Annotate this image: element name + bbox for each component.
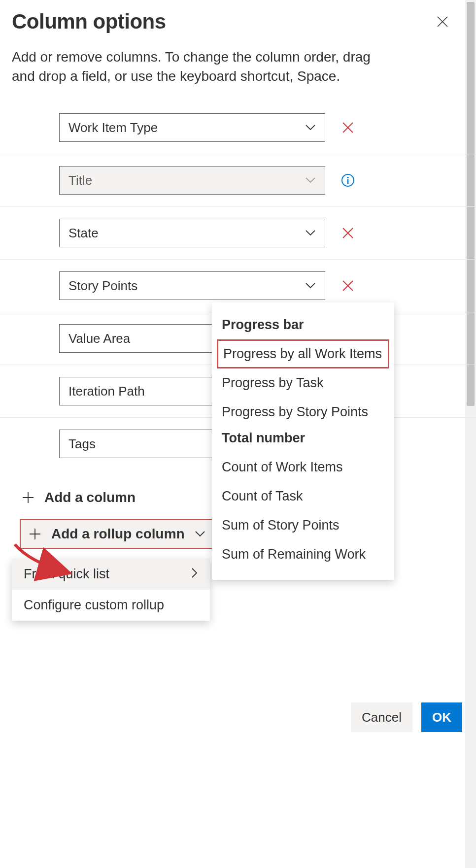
chevron-down-icon xyxy=(305,177,316,184)
quick-list-item[interactable]: Progress by Story Points xyxy=(212,398,394,427)
column-info-button[interactable] xyxy=(339,171,357,189)
column-select-title[interactable]: Title xyxy=(59,166,325,195)
remove-column-button[interactable] xyxy=(339,119,357,136)
quick-list-item[interactable]: Count of Task xyxy=(212,482,394,511)
close-icon xyxy=(341,226,355,240)
close-button[interactable] xyxy=(433,12,452,32)
flyout-header-total: Total number xyxy=(212,427,394,453)
column-label: State xyxy=(68,226,99,241)
column-select-state[interactable]: State xyxy=(59,219,325,247)
menu-item-label: Progress by all Work Items xyxy=(223,346,382,361)
column-row: Title xyxy=(0,154,476,207)
quick-list-item[interactable]: Count of Work Items xyxy=(212,453,394,482)
info-icon xyxy=(341,173,355,187)
svg-rect-2 xyxy=(347,179,349,184)
panel-header: Column options xyxy=(12,10,464,33)
add-column-label: Add a column xyxy=(44,490,136,505)
panel-footer: Cancel OK xyxy=(351,702,462,732)
annotation-arrow-icon xyxy=(10,542,79,581)
close-icon xyxy=(341,121,355,134)
cancel-button[interactable]: Cancel xyxy=(351,702,412,732)
chevron-down-icon xyxy=(305,282,316,289)
add-column-button[interactable]: Add a column xyxy=(20,486,137,509)
column-label: Tags xyxy=(68,436,96,452)
close-icon xyxy=(341,279,355,293)
menu-item-label: Progress by Story Points xyxy=(222,404,368,419)
menu-item-label: Sum of Remaining Work xyxy=(222,547,366,562)
remove-column-button[interactable] xyxy=(339,224,357,242)
column-row: State xyxy=(0,207,476,260)
column-select-story-points[interactable]: Story Points xyxy=(59,271,325,300)
ok-button[interactable]: OK xyxy=(421,702,462,732)
panel-title: Column options xyxy=(12,10,166,33)
column-label: Iteration Path xyxy=(68,384,145,399)
column-row: Work Item Type xyxy=(0,101,476,154)
button-label: OK xyxy=(432,710,451,725)
close-icon xyxy=(436,15,449,28)
flyout-header-progress: Progress bar xyxy=(212,313,394,339)
menu-item-label: Count of Task xyxy=(222,489,303,503)
add-rollup-label: Add a rollup column xyxy=(51,526,185,542)
quick-list-item[interactable]: Progress by Task xyxy=(212,368,394,398)
chevron-down-icon xyxy=(195,531,205,537)
menu-item-label: Configure custom rollup xyxy=(24,598,164,613)
svg-point-1 xyxy=(347,177,349,179)
plus-icon xyxy=(29,528,41,540)
button-label: Cancel xyxy=(362,710,402,725)
column-select-work-item-type[interactable]: Work Item Type xyxy=(59,113,325,142)
menu-item-label: Progress by Task xyxy=(222,375,324,390)
remove-column-button[interactable] xyxy=(339,277,357,295)
column-label: Story Points xyxy=(68,278,137,294)
menu-item-label: Count of Work Items xyxy=(222,460,343,474)
plus-icon xyxy=(22,491,34,504)
quick-list-item[interactable]: Progress by all Work Items xyxy=(217,339,389,368)
rollup-configure-custom[interactable]: Configure custom rollup xyxy=(12,590,210,621)
column-label: Value Area xyxy=(68,331,130,346)
column-label: Work Item Type xyxy=(68,120,158,135)
chevron-right-icon xyxy=(191,567,198,582)
chevron-down-icon xyxy=(305,124,316,131)
quick-list-item[interactable]: Sum of Story Points xyxy=(212,511,394,540)
column-label: Title xyxy=(68,173,92,188)
chevron-down-icon xyxy=(305,230,316,236)
menu-item-label: Sum of Story Points xyxy=(222,518,340,533)
quick-list-item[interactable]: Sum of Remaining Work xyxy=(212,540,394,569)
quick-list-flyout: Progress bar Progress by all Work Items … xyxy=(212,302,394,580)
panel-description: Add or remove columns. To change the col… xyxy=(12,47,376,86)
